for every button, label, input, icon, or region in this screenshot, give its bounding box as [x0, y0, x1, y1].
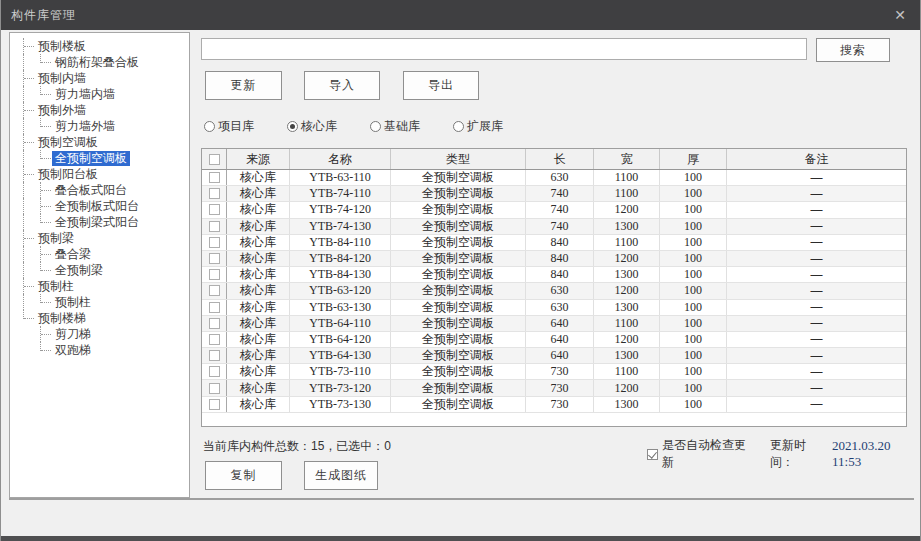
table-header-cell[interactable]: 来源 — [227, 149, 290, 169]
tree-item[interactable]: 叠合梁 — [52, 247, 94, 262]
tree-row: 剪力墙外墙 — [18, 118, 189, 134]
table-header-cell[interactable]: 长 — [526, 149, 594, 169]
tree-item[interactable]: 钢筋桁架叠合板 — [52, 55, 142, 70]
tree-item[interactable]: 预制楼梯 — [35, 311, 89, 326]
row-checkbox[interactable] — [209, 399, 220, 410]
table-cell: 全预制空调板 — [391, 202, 526, 217]
radio-core-library[interactable]: 核心库 — [287, 118, 337, 135]
window-bottom-frame — [1, 536, 920, 541]
table-header-cell[interactable]: 宽 — [594, 149, 660, 169]
tree-item[interactable]: 预制外墙 — [35, 103, 89, 118]
table-cell: 630 — [526, 283, 594, 298]
export-button[interactable]: 导出 — [403, 71, 479, 100]
table-row[interactable]: 核心库YTB-73-110全预制空调板7301100100— — [202, 364, 906, 380]
radio-extend-library[interactable]: 扩展库 — [453, 118, 503, 135]
table-header-cell[interactable]: 厚 — [660, 149, 727, 169]
table-row[interactable]: 核心库YTB-84-120全预制空调板8401200100— — [202, 251, 906, 267]
table-cell: 全预制空调板 — [391, 283, 526, 298]
table-row[interactable]: 核心库YTB-84-110全预制空调板8401100100— — [202, 235, 906, 251]
tree-item[interactable]: 叠合板式阳台 — [52, 183, 130, 198]
row-checkbox[interactable] — [209, 285, 220, 296]
tree-item[interactable]: 剪力墙内墙 — [52, 87, 118, 102]
table-row[interactable]: 核心库YTB-74-130全预制空调板7401300100— — [202, 219, 906, 235]
tree-item[interactable]: 全预制梁 — [52, 263, 106, 278]
row-checkbox[interactable] — [209, 188, 220, 199]
row-checkbox[interactable] — [209, 383, 220, 394]
table-cell: YTB-63-120 — [290, 283, 391, 298]
tree-item[interactable]: 预制柱 — [35, 279, 77, 294]
table-row[interactable]: 核心库YTB-73-130全预制空调板7301300100— — [202, 397, 906, 413]
radio-button-icon[interactable] — [453, 121, 464, 132]
table-row[interactable]: 核心库YTB-63-120全预制空调板6301200100— — [202, 283, 906, 299]
tree-connector — [18, 102, 35, 118]
row-checkbox[interactable] — [209, 334, 220, 345]
row-checkbox[interactable] — [209, 366, 220, 377]
row-checkbox[interactable] — [209, 221, 220, 232]
copy-button[interactable]: 复制 — [205, 461, 282, 490]
table-cell: 630 — [526, 300, 594, 315]
row-checkbox[interactable] — [209, 350, 220, 361]
table-row[interactable]: 核心库YTB-64-120全预制空调板6401200100— — [202, 332, 906, 348]
table-cell: — — [727, 300, 906, 315]
table-cell: 核心库 — [227, 267, 290, 282]
radio-button-icon[interactable] — [287, 121, 298, 132]
generate-drawing-button[interactable]: 生成图纸 — [304, 461, 378, 490]
table-row[interactable]: 核心库YTB-74-120全预制空调板7401200100— — [202, 202, 906, 218]
table-cell: 核心库 — [227, 332, 290, 347]
radio-project-library[interactable]: 项目库 — [204, 118, 254, 135]
select-all-checkbox[interactable] — [209, 154, 220, 165]
tree-item[interactable]: 预制阳台板 — [35, 167, 101, 182]
tree-item[interactable]: 预制柱 — [52, 295, 94, 310]
tree-row: 预制楼梯 — [18, 310, 189, 326]
radio-button-icon[interactable] — [204, 121, 215, 132]
tree-item[interactable]: 预制内墙 — [35, 71, 89, 86]
table-cell: 全预制空调板 — [391, 300, 526, 315]
tree-item[interactable]: 剪力墙外墙 — [52, 119, 118, 134]
auto-check-update-checkbox[interactable] — [647, 449, 658, 460]
search-button[interactable]: 搜索 — [816, 38, 890, 62]
tree-item[interactable]: 预制楼板 — [35, 39, 89, 54]
row-checkbox[interactable] — [209, 237, 220, 248]
table-cell-checkbox — [202, 364, 227, 379]
table-cell: YTB-84-120 — [290, 251, 391, 266]
tree-connector — [18, 326, 35, 342]
row-checkbox[interactable] — [209, 318, 220, 329]
table-row[interactable]: 核心库YTB-64-130全预制空调板6401300100— — [202, 348, 906, 364]
tree-item[interactable]: 剪刀梯 — [52, 327, 94, 342]
table-header-cell[interactable]: 类型 — [391, 149, 526, 169]
search-input[interactable] — [201, 38, 807, 60]
table-cell: 1100 — [594, 235, 660, 250]
radio-button-icon[interactable] — [370, 121, 381, 132]
table-cell: YTB-73-120 — [290, 380, 391, 395]
row-checkbox[interactable] — [209, 269, 220, 280]
tree-row: 预制柱 — [18, 294, 189, 310]
table-cell: YTB-84-110 — [290, 235, 391, 250]
import-button[interactable]: 导入 — [304, 71, 380, 100]
tree-connector — [18, 310, 35, 326]
tree-item[interactable]: 预制梁 — [35, 231, 77, 246]
tree-connector — [18, 54, 35, 70]
table-header-cell[interactable]: 名称 — [290, 149, 391, 169]
tree-item[interactable]: 全预制梁式阳台 — [52, 215, 142, 230]
tree-item[interactable]: 预制空调板 — [35, 135, 101, 150]
table-cell: — — [727, 219, 906, 234]
row-checkbox[interactable] — [209, 204, 220, 215]
row-checkbox[interactable] — [209, 302, 220, 313]
tree-item[interactable]: 双跑梯 — [52, 343, 94, 358]
row-checkbox[interactable] — [209, 172, 220, 183]
table-row[interactable]: 核心库YTB-63-110全预制空调板6301100100— — [202, 170, 906, 186]
table-header-cell[interactable]: 备注 — [727, 149, 906, 169]
update-button[interactable]: 更新 — [205, 71, 282, 100]
tree-item-selected[interactable]: 全预制空调板 — [52, 151, 130, 166]
tree-connector — [18, 262, 35, 278]
row-checkbox[interactable] — [209, 253, 220, 264]
radio-base-library[interactable]: 基础库 — [370, 118, 420, 135]
table-row[interactable]: 核心库YTB-63-130全预制空调板6301300100— — [202, 300, 906, 316]
table-row[interactable]: 核心库YTB-64-110全预制空调板6401100100— — [202, 316, 906, 332]
table-row[interactable]: 核心库YTB-74-110全预制空调板7401100100— — [202, 186, 906, 202]
table-row[interactable]: 核心库YTB-84-130全预制空调板8401300100— — [202, 267, 906, 283]
close-icon[interactable]: ✕ — [890, 5, 910, 25]
tree-item[interactable]: 全预制板式阳台 — [52, 199, 142, 214]
tree-row: 全预制梁式阳台 — [18, 214, 189, 230]
table-row[interactable]: 核心库YTB-73-120全预制空调板7301200100— — [202, 380, 906, 396]
